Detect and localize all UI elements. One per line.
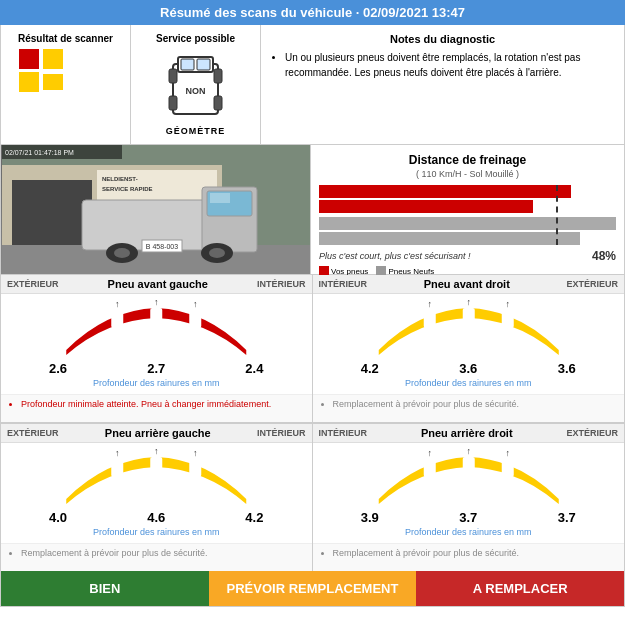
tire-fr-svg: ↑ ↑ ↑ [321,300,617,355]
tire-fl-svg: ↑ ↑ ↑ [9,300,304,355]
yellow-square-1 [43,49,63,69]
tire-rl-header: EXTÉRIEUR Pneu arrière gauche INTÉRIEUR [1,424,312,443]
service-label: Service possible [139,33,252,44]
scanner-icons [9,49,122,92]
notch-fl-3 [189,310,201,328]
tire-rr-m3: 3.7 [558,510,576,525]
tire-rr-note: Remplacement à prévoir pour plus de sécu… [313,543,625,571]
svg-text:↑: ↑ [427,300,432,309]
svg-rect-7 [169,96,177,110]
notch-rr-1 [423,459,435,477]
tire-fr-name: Pneu avant droit [424,278,510,290]
legend-bien: BIEN [1,571,209,606]
geometre-label: GÉOMÈTRE [166,126,226,136]
svg-text:NON: NON [186,86,206,96]
braking-footer: Plus c'est court, plus c'est sécurisant … [319,249,616,263]
tire-rr-name: Pneu arrière droit [421,427,513,439]
tire-rl-measurements: 4.0 4.6 4.2 [9,510,304,525]
braking-panel: Distance de freinage ( 110 Km/H - Sol Mo… [311,145,624,274]
braking-title: Distance de freinage [319,153,616,167]
svg-text:↑: ↑ [115,300,120,309]
svg-rect-6 [214,69,222,83]
tire-fl-int: INTÉRIEUR [257,279,306,289]
tire-rear-right: INTÉRIEUR Pneu arrière droit EXTÉRIEUR ↑… [313,424,625,571]
dashed-line [556,185,558,245]
tire-rl-int: INTÉRIEUR [257,428,306,438]
yellow-square-2 [19,72,39,92]
tire-fr-m2: 3.6 [459,361,477,376]
svg-text:02/07/21  01:47:18 PM: 02/07/21 01:47:18 PM [5,149,74,156]
notch-rl-2 [150,457,162,473]
svg-text:↑: ↑ [115,449,120,458]
svg-text:↑: ↑ [193,300,198,309]
tire-fr-visual: ↑ ↑ ↑ 4.2 3.6 3.6 Profondeur des rainure… [313,294,625,394]
svg-rect-12 [97,170,217,200]
bars-wrapper [319,185,616,245]
tire-fl-m2: 2.7 [147,361,165,376]
tire-rr-int: INTÉRIEUR [319,428,368,438]
svg-text:SERVICE RAPIDE: SERVICE RAPIDE [102,186,153,192]
svg-rect-8 [214,96,222,110]
header-title: Résumé des scans du véhicule · 02/09/202… [160,5,465,20]
svg-point-21 [114,248,130,258]
tire-fl-measurements: 2.6 2.7 2.4 [9,361,304,376]
tire-fl-visual: ↑ ↑ ↑ 2.6 2.7 2.4 Profondeur des rainure… [1,294,312,394]
svg-text:↑: ↑ [427,449,432,458]
svg-text:↑: ↑ [154,300,159,307]
legend-remplacer: A REMPLACER [416,571,624,606]
top-section: Résultat de scanner Service possible [0,25,625,145]
svg-text:↑: ↑ [505,300,510,309]
tire-fl-ext: EXTÉRIEUR [7,279,59,289]
svg-rect-2 [181,59,194,70]
car-svg: NON [168,49,223,124]
scanner-label: Résultat de scanner [9,33,122,44]
tire-fl-note-text: Profondeur minimale atteinte. Pneu à cha… [21,399,304,409]
scanner-row-2 [19,72,122,92]
tire-fr-note: Remplacement à prévoir pour plus de sécu… [313,394,625,422]
tire-rl-note: Remplacement à prévoir pour plus de sécu… [1,543,312,571]
tire-fr-ext: EXTÉRIEUR [566,279,618,289]
tire-fl-m3: 2.4 [245,361,263,376]
svg-text:↑: ↑ [154,449,159,456]
scanner-result-panel: Résultat de scanner [1,25,131,144]
notch-rl-3 [189,459,201,477]
svg-text:↑: ↑ [466,449,471,456]
svg-rect-5 [169,69,177,83]
tire-rl-svg: ↑ ↑ ↑ [9,449,304,504]
tire-rr-visual: ↑ ↑ ↑ 3.9 3.7 3.7 Profondeur des rainure… [313,443,625,543]
tire-rl-note-text: Remplacement à prévoir pour plus de sécu… [21,548,304,558]
legend-prevoir: PRÉVOIR REMPLACEMENT [209,571,417,606]
notch-fl-1 [111,310,123,328]
tire-front-left: EXTÉRIEUR Pneu avant gauche INTÉRIEUR ↑ … [1,275,313,422]
tire-rl-ext: EXTÉRIEUR [7,428,59,438]
svg-text:↑: ↑ [466,300,471,307]
notes-label: Notes du diagnostic [269,33,616,45]
tire-rl-name: Pneu arrière gauche [105,427,211,439]
middle-section: NELDIENST- SERVICE RAPIDE B 458 [0,145,625,275]
notes-panel: Notes du diagnostic Un ou plusieurs pneu… [261,25,624,144]
bar-gray-2 [319,232,580,245]
tire-fr-measurements: 4.2 3.6 3.6 [321,361,617,376]
braking-subtitle: ( 110 Km/H - Sol Mouillé ) [319,169,616,179]
tire-fl-header: EXTÉRIEUR Pneu avant gauche INTÉRIEUR [1,275,312,294]
tire-rl-depth: Profondeur des rainures en mm [9,527,304,537]
tire-fr-header: INTÉRIEUR Pneu avant droit EXTÉRIEUR [313,275,625,294]
braking-text: Plus c'est court, plus c'est sécurisant … [319,251,471,261]
tire-front-right: INTÉRIEUR Pneu avant droit EXTÉRIEUR ↑ ↑… [313,275,625,422]
scanner-row-1 [19,49,122,69]
tires-row-2: EXTÉRIEUR Pneu arrière gauche INTÉRIEUR … [0,423,625,571]
yellow-square-3 [43,74,63,90]
tire-fl-note: Profondeur minimale atteinte. Pneu à cha… [1,394,312,422]
notch-fr-3 [501,310,513,328]
tire-rr-measurements: 3.9 3.7 3.7 [321,510,617,525]
notch-rr-2 [462,457,474,473]
tire-rr-depth: Profondeur des rainures en mm [321,527,617,537]
note-item-1: Un ou plusieurs pneus doivent être rempl… [285,50,616,80]
notch-rr-3 [501,459,513,477]
notes-list: Un ou plusieurs pneus doivent être rempl… [269,50,616,80]
bottom-legend: BIEN PRÉVOIR REMPLACEMENT A REMPLACER [0,571,625,607]
svg-text:↑: ↑ [505,449,510,458]
tire-fr-m1: 4.2 [361,361,379,376]
notch-fl-2 [150,308,162,324]
tire-rl-visual: ↑ ↑ ↑ 4.0 4.6 4.2 Profondeur des rainure… [1,443,312,543]
